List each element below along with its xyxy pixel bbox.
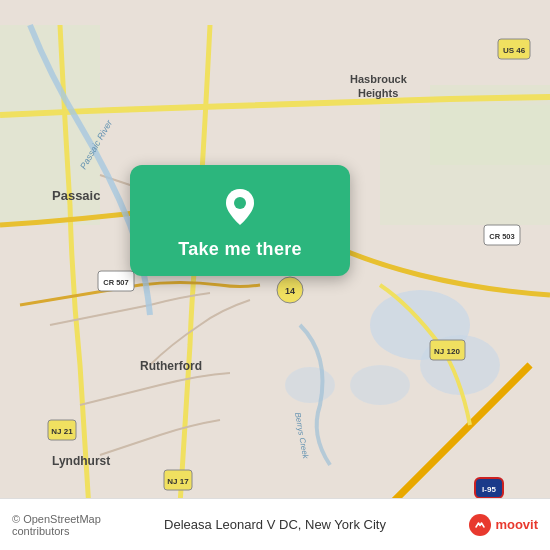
svg-text:US 46: US 46 [503, 46, 526, 55]
moovit-icon [469, 514, 491, 536]
bottom-bar: © OpenStreetMap contributors Deleasa Leo… [0, 498, 550, 550]
svg-text:Rutherford: Rutherford [140, 359, 202, 373]
moovit-text: moovit [495, 517, 538, 532]
svg-text:I-95: I-95 [482, 485, 496, 494]
svg-text:CR 503: CR 503 [489, 232, 514, 241]
place-name-label: Deleasa Leonard V DC, New York City [144, 517, 407, 532]
svg-text:NJ 21: NJ 21 [51, 427, 73, 436]
map-attribution: © OpenStreetMap contributors [12, 513, 144, 537]
svg-text:NJ 120: NJ 120 [434, 347, 460, 356]
svg-text:NJ 17: NJ 17 [167, 477, 189, 486]
svg-text:Hasbrouck: Hasbrouck [350, 73, 408, 85]
moovit-logo: moovit [469, 514, 538, 536]
take-me-there-button[interactable]: Take me there [178, 239, 302, 260]
svg-text:Heights: Heights [358, 87, 398, 99]
navigation-card[interactable]: Take me there [130, 165, 350, 276]
svg-point-4 [285, 367, 335, 403]
svg-point-3 [350, 365, 410, 405]
location-pin-icon [218, 185, 262, 229]
svg-text:14: 14 [285, 286, 295, 296]
moovit-logo-area: moovit [407, 514, 539, 536]
take-me-there-card[interactable]: Take me there [130, 165, 350, 276]
svg-point-32 [234, 197, 246, 209]
map-container: Passaic River NJ 21 NJ 17 US 46 I-95 NJ … [0, 0, 550, 550]
svg-text:CR 507: CR 507 [103, 278, 128, 287]
svg-text:Passaic: Passaic [52, 188, 100, 203]
svg-text:Lyndhurst: Lyndhurst [52, 454, 110, 468]
